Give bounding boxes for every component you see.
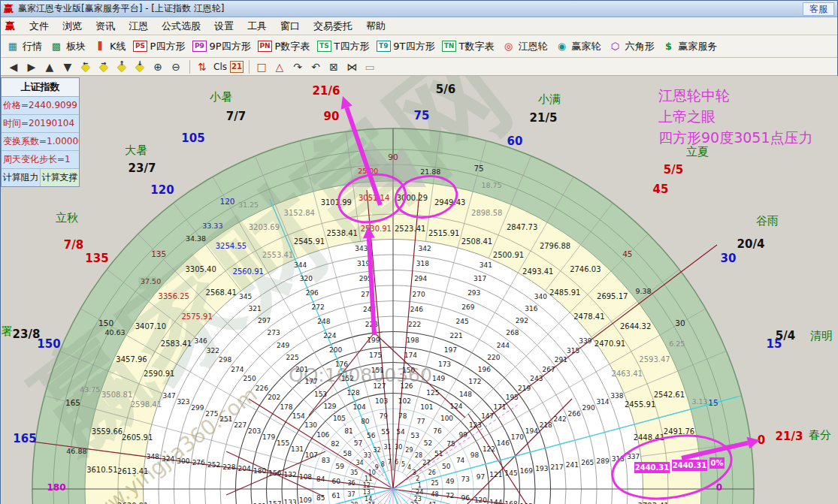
annotation-line-2: 四方形90度3051点压力	[658, 127, 813, 148]
menu-item-7[interactable]: 窗口	[274, 18, 307, 35]
svg-text:7: 7	[388, 459, 392, 466]
calc-support-button[interactable]: 计算支撑	[41, 169, 79, 186]
svg-text:105: 105	[333, 415, 346, 422]
svg-text:0: 0	[716, 482, 722, 493]
svg-text:小满: 小满	[537, 92, 561, 106]
menu-item-2[interactable]: 资讯	[89, 18, 122, 35]
svg-text:135: 135	[85, 252, 108, 265]
svg-text:2575.91: 2575.91	[181, 312, 212, 321]
menu-item-6[interactable]: 工具	[241, 18, 274, 35]
tool-button-rotate-cw[interactable]: ↷	[289, 59, 306, 74]
svg-text:132: 132	[284, 471, 297, 478]
svg-text:5/5: 5/5	[664, 163, 683, 177]
tool-button-collapse[interactable]: ⋈	[343, 59, 360, 74]
svg-text:241: 241	[566, 461, 579, 469]
tool-button-shift-up[interactable]: ◆↑	[113, 59, 130, 74]
svg-text:60: 60	[331, 478, 340, 485]
toolbar-button-quotes[interactable]: ▦行情	[5, 40, 42, 53]
toolbar-button-9p-square[interactable]: P99P四方形	[192, 40, 250, 53]
tool-button-forward[interactable]: ▶	[23, 59, 40, 74]
toolbar-button-9t-square[interactable]: T99T四方形	[376, 40, 434, 53]
svg-text:0%: 0%	[711, 459, 724, 467]
menu-item-1[interactable]: 浏览	[56, 18, 89, 35]
menu-item-3[interactable]: 江恩	[122, 18, 155, 35]
svg-text:3356.25: 3356.25	[159, 292, 189, 300]
toolbar-button-sectors[interactable]: ▩板块	[49, 40, 86, 53]
svg-text:346: 346	[195, 337, 207, 345]
toolbar-button-winner-service[interactable]: $赢家服务	[661, 40, 717, 53]
tool-button-calendar[interactable]: 21	[230, 61, 244, 73]
svg-text:323: 323	[177, 398, 189, 406]
svg-text:153: 153	[314, 391, 327, 398]
svg-text:289: 289	[596, 457, 609, 465]
p-number-table-icon: PN	[258, 40, 273, 53]
toolbar-button-p-number-table[interactable]: PNP数字表	[258, 40, 310, 53]
tool-button-present[interactable]: ▭	[362, 59, 378, 74]
svg-text:2440.31: 2440.31	[673, 461, 707, 469]
menu-item-4[interactable]: 公式选股	[155, 18, 207, 35]
toolbar-button-kline[interactable]: ⫼K线	[92, 40, 126, 53]
tool-button-triangle-tool[interactable]: △	[271, 59, 288, 74]
panel-row-0: 价格=2440.9099	[2, 97, 79, 115]
tool-button-cls[interactable]: Cls	[212, 59, 228, 74]
svg-text:105: 105	[181, 131, 204, 145]
tool-button-fit[interactable]: ⊠	[325, 59, 342, 74]
svg-text:6: 6	[395, 459, 398, 466]
svg-text:55: 55	[381, 428, 389, 436]
toolbar-button-t-square[interactable]: TST四方形	[316, 40, 369, 53]
svg-text:175: 175	[369, 352, 382, 359]
svg-text:2493.41: 2493.41	[522, 267, 553, 276]
tool-button-down[interactable]: ▼	[59, 59, 76, 74]
tool-button-zoom-out[interactable]: ⊖	[168, 59, 184, 74]
toolbar-button-winner-wheel[interactable]: ◉赢家轮	[554, 40, 601, 53]
tool-button-back[interactable]: ◀	[5, 59, 22, 74]
p-square-icon: PS	[133, 40, 148, 53]
tool-button-rotate-ccw[interactable]: ↶	[307, 59, 324, 74]
tool-button-shift-left[interactable]: ◆←	[77, 59, 94, 74]
svg-text:145: 145	[505, 469, 518, 477]
tool-button-zoom-in[interactable]: ⊕	[150, 59, 166, 74]
toolbar-button-hexagon[interactable]: ⬡六角形	[607, 40, 654, 53]
svg-text:144: 144	[489, 499, 502, 504]
tool-button-up[interactable]: ▲	[41, 59, 58, 74]
svg-text:157: 157	[268, 500, 281, 504]
calc-resistance-button[interactable]: 计算阻力	[2, 169, 41, 186]
svg-text:2470.91: 2470.91	[594, 340, 625, 348]
toolbar-button-p-square[interactable]: PSP四方形	[133, 40, 186, 53]
svg-text:2500.91: 2500.91	[493, 251, 524, 259]
panel-buttons: 计算阻力计算支撑	[2, 169, 79, 186]
svg-text:246: 246	[410, 306, 423, 313]
svg-text:202: 202	[268, 394, 280, 401]
svg-text:83: 83	[322, 457, 330, 464]
tool-button-rect-tool[interactable]: □	[253, 59, 270, 74]
svg-text:342: 342	[419, 245, 431, 252]
svg-text:194: 194	[525, 427, 538, 435]
svg-text:12: 12	[363, 482, 371, 489]
svg-text:152: 152	[341, 375, 354, 382]
svg-text:125: 125	[426, 389, 439, 397]
svg-text:297: 297	[258, 317, 271, 324]
customer-service-button[interactable]: 客服	[803, 2, 834, 16]
tool-button-shift-right[interactable]: ◆→	[95, 59, 112, 74]
svg-text:2463.41: 2463.41	[612, 370, 643, 378]
tool-button-shift-tool[interactable]: ⇅	[194, 59, 210, 74]
menu-item-8[interactable]: 交易委托	[307, 18, 359, 35]
svg-text:266: 266	[568, 410, 581, 418]
svg-text:36: 36	[347, 480, 355, 487]
svg-text:290: 290	[582, 404, 594, 412]
menu-item-9[interactable]: 帮助	[359, 18, 392, 35]
svg-text:250: 250	[244, 375, 256, 382]
svg-text:199: 199	[367, 337, 380, 344]
quotes-icon: ▦	[5, 40, 20, 53]
menu-item-5[interactable]: 设置	[207, 18, 241, 35]
svg-text:30: 30	[395, 444, 402, 451]
toolbar-button-gann-wheel[interactable]: ◎江恩轮	[501, 40, 547, 53]
svg-text:2898.58: 2898.58	[471, 209, 502, 217]
tool-button-shift-down[interactable]: ◆↓	[132, 59, 148, 74]
menu-item-0[interactable]: 文件	[23, 18, 56, 35]
toolbar-button-t-number-table[interactable]: TNT数字表	[442, 40, 495, 53]
svg-text:177: 177	[304, 378, 317, 385]
toolbar-label: T四方形	[334, 40, 369, 53]
svg-text:300: 300	[177, 457, 189, 465]
svg-text:147: 147	[481, 412, 494, 420]
